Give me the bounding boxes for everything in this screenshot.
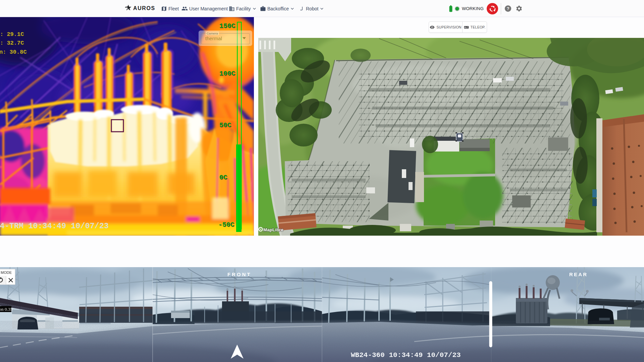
svg-text:MODE: MODE <box>1 270 12 275</box>
svg-text:: 29.1C: : 29.1C <box>0 31 24 38</box>
svg-text:: 32.7C: : 32.7C <box>0 40 24 46</box>
svg-text:0C: 0C <box>219 174 227 181</box>
svg-text:-50C: -50C <box>218 221 234 229</box>
svg-text:WB24-TRM 10:34:49 10/07/23: WB24-TRM 10:34:49 10/07/23 <box>0 222 109 231</box>
svg-text:FRONT: FRONT <box>227 272 252 277</box>
svg-text:MapLibre: MapLibre <box>263 227 283 232</box>
svg-text:REAR: REAR <box>569 272 588 277</box>
svg-text:100C: 100C <box>219 70 235 77</box>
svg-text:WB24-360 10:34:49 10/07/23: WB24-360 10:34:49 10/07/23 <box>351 351 461 359</box>
svg-text:on 0.35: on 0.35 <box>0 307 13 312</box>
svg-text:n: 30.8C: n: 30.8C <box>0 49 27 55</box>
svg-text:50C: 50C <box>219 121 231 129</box>
svg-text:?: ? <box>507 6 509 11</box>
svg-text:150C: 150C <box>219 22 235 30</box>
